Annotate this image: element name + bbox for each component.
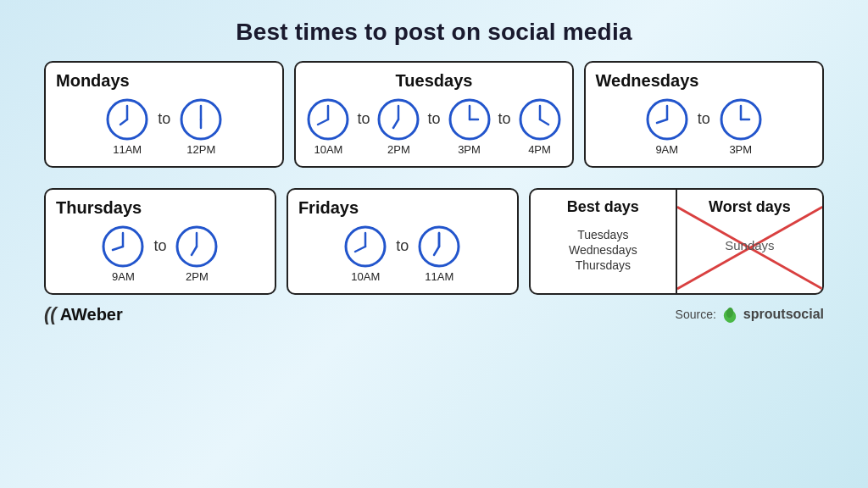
top-grid: Mondays 11AM to 12PM Tue (44, 61, 824, 178)
source-label: Source: (676, 308, 716, 321)
best-worst-container: Best days Tuesdays Wednesdays Thursdays … (529, 188, 824, 295)
thursdays-times: 9AM to 2PM (101, 225, 219, 283)
tuesdays-to1-label: 2PM (387, 143, 410, 156)
tuesdays-from2: 3PM (448, 97, 492, 156)
card-fridays: Fridays 10AM to 11AM (287, 188, 519, 295)
clock-mondays-to (179, 97, 223, 141)
worst-day-label: Sundays (725, 238, 774, 252)
wednesdays-to-text: to (698, 110, 710, 143)
footer: (( AWeber Source: sproutsocial (44, 303, 824, 325)
card-fridays-title: Fridays (298, 198, 359, 218)
thursdays-to: 2PM (175, 225, 219, 283)
fridays-from-label: 10AM (351, 270, 380, 283)
tuesdays-to-text1: to (357, 110, 370, 143)
fridays-to-text: to (396, 237, 409, 270)
best-days-list: Tuesdays Wednesdays Thursdays (569, 228, 637, 272)
fridays-to-label: 11AM (425, 270, 453, 283)
best-day-2: Wednesdays (569, 243, 637, 257)
worst-days-panel: Worst days Sundays (677, 190, 822, 293)
clock-tuesdays-to1 (376, 97, 420, 141)
card-mondays-title: Mondays (56, 71, 130, 91)
mondays-to-text: to (158, 110, 170, 143)
fridays-to: 11AM (417, 225, 461, 283)
card-thursdays-title: Thursdays (56, 198, 142, 218)
aweber-wordmark: AWeber (60, 305, 123, 324)
wednesdays-times: 9AM to 3PM (645, 97, 763, 156)
card-mondays: Mondays 11AM to 12PM (44, 61, 284, 168)
wednesdays-to: 3PM (719, 97, 763, 156)
tuesdays-to-text2: to (427, 110, 440, 143)
clock-tuesdays-to2 (518, 97, 562, 141)
fridays-times: 10AM to 11AM (343, 225, 461, 283)
aweber-brand: (( AWeber (44, 303, 123, 325)
thursdays-from: 9AM (101, 225, 145, 283)
best-days-panel: Best days Tuesdays Wednesdays Thursdays (531, 190, 677, 293)
card-thursdays: Thursdays 9AM to 2PM (44, 188, 276, 295)
best-day-3: Thursdays (576, 258, 631, 272)
mondays-times: 11AM to 12PM (105, 97, 223, 156)
mondays-to-label: 12PM (186, 143, 215, 156)
sprout-leaf-icon (721, 306, 738, 323)
bottom-row: Thursdays 9AM to 2PM Fri (44, 188, 824, 295)
clock-wednesdays-from (645, 97, 689, 141)
tuesdays-from1: 10AM (306, 97, 350, 156)
sprout-brand-name: sproutsocial (743, 307, 824, 322)
tuesdays-from1-label: 10AM (314, 143, 342, 156)
page-title: Best times to post on social media (236, 19, 632, 46)
wednesdays-from-label: 9AM (655, 143, 678, 156)
card-wednesdays: Wednesdays 9AM to 3PM (584, 61, 824, 168)
clock-fridays-from (343, 225, 387, 269)
mondays-from-label: 11AM (113, 143, 142, 156)
mondays-to: 12PM (179, 97, 223, 156)
tuesdays-to2: 4PM (518, 97, 562, 156)
tuesdays-times: 10AM to 2PM to 3PM to (306, 97, 561, 156)
card-tuesdays: Tuesdays 10AM to 2PM to (294, 61, 573, 168)
fridays-from: 10AM (343, 225, 387, 283)
thursdays-to-label: 2PM (186, 270, 209, 283)
mondays-from: 11AM (105, 97, 149, 156)
clock-mondays-from (105, 97, 149, 141)
clock-tuesdays-from1 (306, 97, 350, 141)
source-attribution: Source: sproutsocial (676, 306, 824, 323)
card-wednesdays-title: Wednesdays (596, 71, 699, 91)
clock-wednesdays-to (719, 97, 763, 141)
worst-days-title: Worst days (709, 198, 791, 216)
wednesdays-to-label: 3PM (729, 143, 752, 156)
thursdays-to-text: to (153, 237, 166, 270)
tuesdays-to-text3: to (498, 110, 511, 143)
clock-fridays-to (417, 225, 461, 269)
tuesdays-to2-label: 4PM (528, 143, 551, 156)
clock-tuesdays-from2 (448, 97, 492, 141)
aweber-icon: (( (44, 303, 57, 325)
wednesdays-from: 9AM (645, 97, 689, 156)
best-day-1: Tuesdays (577, 228, 628, 241)
clock-thursdays-from (101, 225, 145, 269)
tuesdays-to1: 2PM (376, 97, 420, 156)
best-days-title: Best days (567, 198, 639, 216)
tuesdays-from2-label: 3PM (458, 143, 481, 156)
clock-thursdays-to (175, 225, 219, 269)
thursdays-from-label: 9AM (112, 270, 135, 283)
card-tuesdays-title: Tuesdays (396, 71, 473, 91)
